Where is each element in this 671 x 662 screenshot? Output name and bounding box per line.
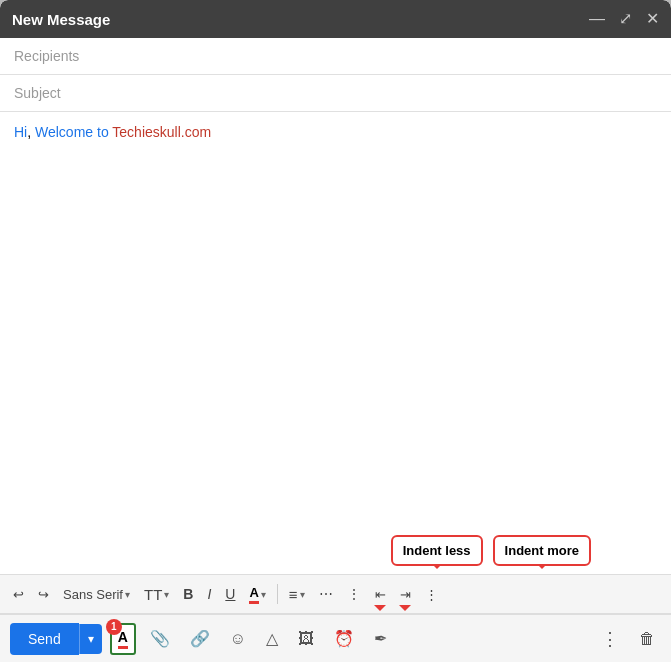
emoji-button[interactable]: ☺ — [224, 626, 252, 652]
subject-row — [0, 75, 671, 112]
title-bar: New Message — ⤢ ✕ — [0, 0, 671, 38]
font-color-a-label: A — [249, 585, 258, 600]
recipients-row — [0, 38, 671, 75]
italic-button[interactable]: I — [202, 583, 216, 605]
body-content: Hi, Welcome to Techieskull.com — [14, 122, 657, 143]
align-icon: ≡ — [289, 586, 298, 603]
font-size-icon: TT — [144, 586, 162, 603]
undo-button[interactable]: ↩ — [8, 584, 29, 605]
font-family-dropdown[interactable]: Sans Serif ▾ — [58, 584, 135, 605]
signature-button[interactable]: ✒ — [368, 625, 393, 652]
numbered-list-button[interactable]: ⋯ — [314, 583, 338, 605]
bullet-list-button[interactable]: ⋮ — [342, 583, 366, 605]
font-color-bar — [249, 601, 258, 604]
more-options-button[interactable]: ⋮ — [595, 624, 625, 654]
bottom-bar: Send ▾ 1 A 📎 🔗 ☺ △ 🖼 ⏰ ✒ ⋮ 🗑 — [0, 614, 671, 662]
minimize-button[interactable]: — — [589, 11, 605, 27]
format-toolbar: ↩ ↪ Sans Serif ▾ TT ▾ B I U A ▾ ≡ ▾ ⋯ — [0, 574, 671, 614]
format-a-bar — [118, 646, 128, 649]
discard-button[interactable]: 🗑 — [633, 626, 661, 652]
format-text-button[interactable]: 1 A — [110, 623, 136, 655]
send-group: Send ▾ — [10, 623, 102, 655]
indent-less-tooltip: Indent less — [391, 535, 483, 566]
indent-more-icon: ⇥ — [400, 587, 411, 602]
format-a-letter: A — [118, 629, 128, 645]
body-text-site: Techieskull.com — [112, 124, 211, 140]
bullet-list-icon: ⋮ — [347, 586, 361, 602]
indent-more-tooltip: Indent more — [493, 535, 591, 566]
image-button[interactable]: 🖼 — [292, 626, 320, 652]
recipients-input[interactable] — [14, 48, 657, 64]
align-arrow: ▾ — [300, 589, 305, 600]
font-size-arrow: ▾ — [164, 589, 169, 600]
toolbar-more-button[interactable]: ⋮ — [420, 584, 443, 605]
indent-less-button[interactable]: ⇤ — [370, 584, 391, 605]
link-button[interactable]: 🔗 — [184, 625, 216, 652]
title-bar-controls: — ⤢ ✕ — [589, 11, 659, 27]
maximize-button[interactable]: ⤢ — [619, 11, 632, 27]
toolbar-more-icon: ⋮ — [425, 587, 438, 602]
indent-less-icon: ⇤ — [375, 587, 386, 602]
body-area[interactable]: Hi, Welcome to Techieskull.com — [0, 112, 671, 531]
compose-window: New Message — ⤢ ✕ Hi, Welcome to Techies… — [0, 0, 671, 662]
divider-1 — [277, 584, 278, 604]
indent-less-arrow-indicator — [374, 605, 386, 617]
font-color-arrow: ▾ — [261, 589, 266, 600]
drive-button[interactable]: △ — [260, 625, 284, 652]
schedule-button[interactable]: ⏰ — [328, 625, 360, 652]
close-button[interactable]: ✕ — [646, 11, 659, 27]
font-size-dropdown[interactable]: TT ▾ — [139, 583, 174, 606]
bold-button[interactable]: B — [178, 583, 198, 605]
redo-button[interactable]: ↪ — [33, 584, 54, 605]
align-button[interactable]: ≡ ▾ — [284, 583, 310, 606]
font-dropdown-arrow: ▾ — [125, 589, 130, 600]
body-text-welcome: Welcome to — [31, 124, 112, 140]
subject-input[interactable] — [14, 85, 657, 101]
tooltips-row: Indent less Indent more — [391, 535, 591, 566]
send-options-button[interactable]: ▾ — [79, 624, 102, 654]
send-button[interactable]: Send — [10, 623, 79, 655]
tooltip-area: Indent less Indent more — [0, 531, 671, 574]
indent-more-arrow-indicator — [399, 605, 411, 617]
window-title: New Message — [12, 11, 110, 28]
font-color-button[interactable]: A ▾ — [244, 582, 270, 607]
indent-more-button[interactable]: ⇥ — [395, 584, 416, 605]
attach-button[interactable]: 📎 — [144, 625, 176, 652]
underline-button[interactable]: U — [220, 583, 240, 605]
body-text-hi: Hi — [14, 124, 27, 140]
font-name-label: Sans Serif — [63, 587, 123, 602]
numbered-list-icon: ⋯ — [319, 586, 333, 602]
